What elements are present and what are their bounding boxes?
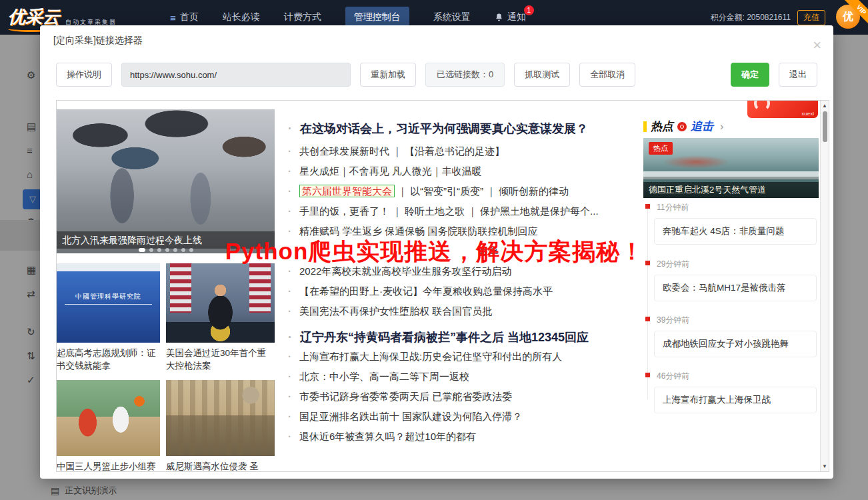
link-selector-modal: [定向采集]链接选择器 × 操作说明 重新加载 已选链接数：0 抓取测试 全部取… [40,25,833,479]
bullet-icon: · [288,185,291,197]
grab-test-button[interactable]: 抓取测试 [514,63,570,87]
timeline-marker-icon [645,204,650,209]
bullet-icon: · [288,285,291,297]
banner-text: xuexi [801,111,814,117]
scrollbar-thumb[interactable] [823,111,827,142]
nav-console-label: 管理控制台 [354,11,401,23]
vip-label: VIP [845,0,868,27]
hot-photo-caption[interactable]: 德国正重启北溪2号天然气管道 [643,182,819,198]
headline-link[interactable]: ·退休近6年被查算久吗？超过10年的都有 [288,431,476,443]
magnifier-icon [677,122,687,131]
timeline-line [647,206,648,399]
timeline-news-item[interactable]: 成都地铁回应女子对小孩跳艳舞 [654,331,817,357]
url-input[interactable] [121,63,351,87]
toolbar: 操作说明 重新加载 已选链接数：0 抓取测试 全部取消 确定 退出 [56,63,817,87]
cancel-all-button[interactable]: 全部取消 [579,63,635,87]
nav-settings[interactable]: 系统设置 [433,11,471,23]
hot-section-header[interactable]: 热点 追击 › [643,119,723,134]
close-icon[interactable]: × [813,31,821,60]
bullet-icon: · [288,351,291,362]
headline-link[interactable]: ·美国宪法不再保护女性堕胎权 联合国官员批 [288,305,492,318]
bullet-icon: · [288,122,292,135]
hot-title-right: 追击 [691,119,713,134]
selected-links-count: 已选链接数：0 [425,63,505,87]
headline-link[interactable]: ·在这场对话会上，习近平为何强调要真心实意谋发展？ [288,121,588,137]
photo-news[interactable]: 威尼斯遇高水位侵袭 圣 [166,380,275,472]
biden-photo[interactable] [166,263,275,343]
headline-link[interactable]: ·市委书记跻身省委常委两天后 已掌舵省委政法委 [288,391,512,403]
timeline-news-item[interactable]: 上海宣布打赢大上海保卫战 [654,387,817,413]
bullet-icon: · [288,145,291,157]
headline-link[interactable]: ·共创全球发展新时代 ｜ 【沿着总书记的足迹】 [288,145,505,158]
hot-badge: 热点 [649,142,673,155]
bullet-icon: · [288,431,291,442]
photo-caption[interactable]: 威尼斯遇高水位侵袭 圣 [166,460,275,472]
institute-sign-text: 中國管理科學研究院 [65,292,151,305]
bullet-icon: · [288,331,292,344]
reload-button[interactable]: 重新加载 [360,63,416,87]
carousel-image[interactable]: 北方入汛来最强降雨过程今夜上线 [57,109,275,253]
headline-link[interactable]: ·北京：中小学、高一高二等下周一返校 [288,371,469,383]
bullet-icon: · [288,411,291,422]
headline-link[interactable]: ·国足亚洲排名跌出前十 国家队建设为何陷入停滞？ [288,411,522,423]
scroll-up-icon[interactable]: ▲ [821,103,829,109]
timeline-news-item[interactable]: 欧委会：马航MH17是被俄击落 [654,275,817,301]
photo-news[interactable]: 中国三人男篮止步小组赛 [57,380,160,472]
headline-link[interactable]: ·上海宣布打赢大上海保卫战:历史会记住坚守和付出的所有人 [288,351,562,363]
hot-news-photo[interactable]: 热点 德国正重启北溪2号天然气管道 [643,138,819,198]
scroll-down-icon[interactable]: ▼ [821,463,829,469]
menu-icon: ≡ [170,12,176,23]
venice-photo[interactable] [166,380,275,456]
nav-webmaster-guide-label: 站长必读 [223,11,260,23]
modal-header: [定向采集]链接选择器 × [40,25,833,55]
basketball-photo[interactable] [57,380,160,456]
embedded-webpage: xuexi 北方入汛来最强降雨过程今夜上线 中國管理科學研究院 起底高考志愿规划… [56,100,829,472]
timeline-marker-icon [645,373,650,377]
selected-link-highlight[interactable]: 第六届世界智能大会 [299,185,395,197]
bullet-icon: · [288,371,291,382]
bullet-icon: · [288,205,291,217]
timeline-time: 11分钟前 [657,202,689,213]
promo-banner[interactable]: xuexi [747,101,818,118]
notification-badge: 1 [524,5,534,15]
institute-photo[interactable]: 中國管理科學研究院 [57,263,160,343]
vip-ribbon: VIP [833,0,868,35]
headline-link[interactable]: ·第六届世界智能大会 ｜ 以“智变”引“质变” ｜ 倾听创新的律动 [288,185,569,198]
photo-news[interactable]: 中國管理科學研究院 起底高考志愿规划师：证书交钱就能拿 [57,263,160,372]
promo-overlay-text: Python爬虫实现推送，解决方案揭秘！ [135,236,735,267]
banner-decoration-icon [754,100,770,111]
nav-notifications-label: 通知 [507,11,526,23]
exit-button[interactable]: 退出 [779,63,817,87]
carousel[interactable]: 北方入汛来最强降雨过程今夜上线 [57,109,275,253]
hot-title-left: 热点 [651,119,673,134]
nav-home[interactable]: ≡ 首页 [170,11,199,23]
yellow-bar-icon [643,121,647,132]
photo-news[interactable]: 美国会通过近30年首个重大控枪法案 [166,263,275,372]
confirm-button[interactable]: 确定 [731,63,769,87]
bell-icon [495,13,503,22]
scrollbar[interactable]: ▲ ▼ [820,101,829,471]
headline-link[interactable]: ·星火成炬｜不舍再见 凡人微光｜丰收温暖 [288,165,482,178]
photo-caption[interactable]: 起底高考志愿规划师：证书交钱就能拿 [57,347,160,372]
modal-title: [定向采集]链接选择器 [53,35,143,45]
nav-webmaster-guide[interactable]: 站长必读 [223,11,260,23]
nav-billing[interactable]: 计费方式 [284,11,321,23]
bullet-icon: · [288,225,291,237]
recharge-button[interactable]: 充值 [797,10,825,25]
chevron-right-icon: › [720,121,723,133]
headline-link[interactable]: ·辽宁丹东“持黄码者看病被拦”事件之后 当地12345回应 [288,329,589,345]
nordstream-photo[interactable]: 热点 德国正重启北溪2号天然气管道 [643,138,819,198]
nav-home-label: 首页 [180,11,199,23]
photo-caption[interactable]: 美国会通过近30年首个重大控枪法案 [166,347,275,372]
bullet-icon: · [288,391,291,402]
photo-caption[interactable]: 中国三人男篮止步小组赛 [57,460,160,472]
headline-link[interactable]: ·手里的饭，更香了！ ｜ 聆听土地之歌 ｜ 保护黑土地就是保护每个... [288,205,599,218]
points-balance: 积分金额: 2050821611 [710,12,791,23]
nav-notifications[interactable]: 通知 1 [495,11,526,23]
timeline-time: 39分钟前 [657,315,689,326]
bullet-icon: · [288,165,291,177]
help-button[interactable]: 操作说明 [56,63,112,87]
nav-settings-label: 系统设置 [433,11,471,23]
timeline-marker-icon [645,317,650,321]
headline-link[interactable]: ·【在希望的田野上·麦收记】今年夏粮收购总量保持高水平 [288,285,553,298]
